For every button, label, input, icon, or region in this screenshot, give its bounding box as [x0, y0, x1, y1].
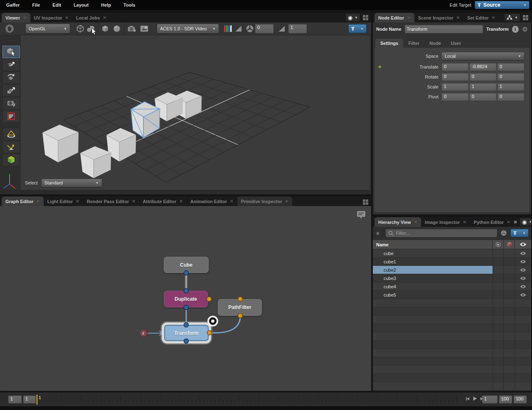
tab-close-icon[interactable]: ✕	[414, 220, 417, 224]
graph-tab-attribute-editor[interactable]: Attribute Editor✕	[139, 196, 187, 206]
visibility-eye-icon[interactable]	[515, 282, 531, 290]
space-dropdown[interactable]: Local▼	[442, 52, 524, 60]
select-tool[interactable]	[2, 46, 20, 58]
location-name[interactable]: cube2	[373, 266, 493, 274]
value-field[interactable]: 0	[470, 73, 496, 81]
filter-input[interactable]: Filter...	[386, 229, 497, 237]
menu-item-file[interactable]: File	[26, 0, 46, 10]
hierarchy-tab-image-inspector[interactable]: Image Inspector✕	[421, 217, 470, 227]
channels-icon[interactable]	[223, 24, 233, 33]
visibility-eye-icon[interactable]	[515, 266, 531, 274]
framing-icon[interactable]	[139, 24, 150, 33]
select-mode-dropdown[interactable]: Standard▼	[42, 179, 102, 187]
location-name[interactable]: cube	[373, 249, 493, 257]
menu-item-layout[interactable]: Layout	[67, 0, 95, 10]
tab-close-icon[interactable]: ✕	[36, 199, 39, 204]
visibility-eye-icon[interactable]	[515, 291, 531, 299]
tab-close-icon[interactable]: ✕	[285, 199, 288, 204]
menu-item-edit[interactable]: Edit	[46, 0, 67, 10]
aperture-icon[interactable]	[245, 24, 255, 33]
current-frame-field[interactable]: 1	[482, 395, 498, 403]
scene-plug-dot[interactable]	[184, 305, 189, 310]
menu-item-tools[interactable]: Tools	[117, 0, 142, 10]
tab-close-icon[interactable]: ✕	[507, 220, 510, 224]
menu-hamburger-icon[interactable]: ≡	[514, 219, 517, 225]
tab-close-icon[interactable]: ✕	[230, 199, 233, 204]
crop-window-tool[interactable]	[2, 110, 20, 123]
tab-close-icon[interactable]: ✕	[23, 15, 26, 20]
geometry-tool[interactable]	[2, 154, 20, 166]
graph-tab-primitive-inspector[interactable]: Primitive Inspector✕	[237, 196, 292, 206]
node-name-field[interactable]: Transform	[405, 25, 483, 33]
value-field[interactable]: 1	[470, 83, 496, 91]
viewer-tab-local-jobs[interactable]: Local Jobs✕	[72, 13, 110, 22]
visibility-eye-icon[interactable]	[515, 258, 531, 265]
menu-item-help[interactable]: Help	[95, 0, 117, 10]
node-editor-subtab-filter[interactable]: Filter	[403, 39, 424, 48]
solid-cube-icon[interactable]	[100, 24, 111, 33]
value-field[interactable]: 0	[442, 73, 468, 81]
node-editor-mode-button[interactable]: ▼	[505, 14, 520, 21]
hierarchy-tab-hierarchy-view[interactable]: Hierarchy View✕	[374, 217, 421, 227]
viewer-tab-uv-inspector[interactable]: UV Inspector✕	[30, 13, 72, 22]
node-editor-subtab-user[interactable]: User	[446, 39, 466, 48]
menu-item-gaffer[interactable]: Gaffer	[0, 0, 26, 10]
filter-plug-dot[interactable]	[238, 297, 243, 302]
layout-grid-icon[interactable]	[363, 199, 368, 205]
hierarchy-row-cube[interactable]: cube	[373, 249, 531, 258]
inclusions-column-icon[interactable]	[492, 240, 503, 249]
play-icon[interactable]	[472, 396, 478, 401]
value-field[interactable]: 0	[470, 93, 496, 101]
value-field[interactable]: 0	[442, 93, 468, 101]
location-name[interactable]: cube5	[373, 291, 493, 299]
filter-plug-dot[interactable]	[207, 331, 212, 335]
light-position-tool[interactable]	[2, 141, 20, 153]
gamma-field[interactable]: 1	[288, 24, 307, 33]
scene-plug-dot[interactable]	[184, 323, 189, 327]
viewer-settings-button[interactable]: ◉ ▼	[346, 14, 360, 21]
visibility-eye-icon[interactable]	[515, 249, 531, 257]
bookmark-star-icon[interactable]: ★	[375, 230, 380, 236]
camera-settings-icon[interactable]	[126, 24, 137, 33]
layout-grid-icon[interactable]	[363, 15, 368, 20]
scale-tool[interactable]	[2, 84, 20, 97]
visibility-eye-icon[interactable]	[515, 274, 531, 282]
tab-close-icon[interactable]: ✕	[492, 15, 495, 20]
gear-icon[interactable]: ⚙	[522, 25, 528, 33]
hierarchy-row-cube5[interactable]: cube5	[373, 291, 531, 299]
viewport-3d[interactable]	[21, 35, 370, 190]
name-column-header[interactable]: Name	[373, 242, 492, 247]
graph-tab-light-editor[interactable]: Light Editor✕	[44, 196, 83, 206]
tab-close-icon[interactable]: ✕	[407, 15, 410, 20]
info-icon[interactable]: i	[512, 26, 519, 33]
node-tab-set-editor[interactable]: Set Editor✕	[463, 13, 499, 22]
tab-close-icon[interactable]: ✕	[456, 15, 460, 20]
display-transform-dropdown[interactable]: ACES 1.0 - SDR Video▼	[157, 24, 219, 33]
location-name[interactable]: cube1	[373, 258, 493, 265]
tab-close-icon[interactable]: ✕	[132, 199, 135, 204]
location-name[interactable]: cube4	[373, 282, 493, 290]
value-field[interactable]: -0.8824	[470, 63, 496, 71]
gamma-icon[interactable]	[277, 24, 287, 33]
scene-plug-dot[interactable]	[184, 289, 189, 293]
hierarchy-settings-button[interactable]: ◉ ▼	[520, 218, 531, 226]
camera-tool[interactable]	[2, 97, 20, 110]
value-field[interactable]: 0	[498, 93, 524, 101]
end-frame-field[interactable]: 100	[499, 395, 512, 403]
graph-tab-render-pass-editor[interactable]: Render Pass Editor✕	[83, 196, 139, 206]
translate-tool[interactable]	[2, 59, 20, 71]
tab-close-icon[interactable]: ✕	[463, 220, 466, 224]
hierarchy-tab-python-editor[interactable]: Python Editor✕	[470, 217, 514, 227]
range-end-field[interactable]: 100	[514, 395, 527, 403]
layout-grid-icon[interactable]	[523, 15, 528, 20]
node-editor-subtab-node[interactable]: Node	[424, 39, 446, 48]
renderer-dropdown[interactable]: OpenGL▼	[26, 24, 70, 33]
location-name[interactable]: cube3	[373, 274, 493, 282]
scene-plug-dot[interactable]	[184, 339, 189, 344]
node-tab-node-editor[interactable]: Node Editor✕	[374, 13, 414, 22]
value-field[interactable]: 0	[498, 73, 524, 81]
hierarchy-row-cube4[interactable]: cube4	[373, 282, 531, 291]
graph-tab-graph-editor[interactable]: Graph Editor✕	[2, 196, 44, 206]
viewer-pin-dropdown[interactable]: Ŧ▼	[348, 24, 367, 33]
filter-plug-dot[interactable]	[207, 297, 212, 302]
